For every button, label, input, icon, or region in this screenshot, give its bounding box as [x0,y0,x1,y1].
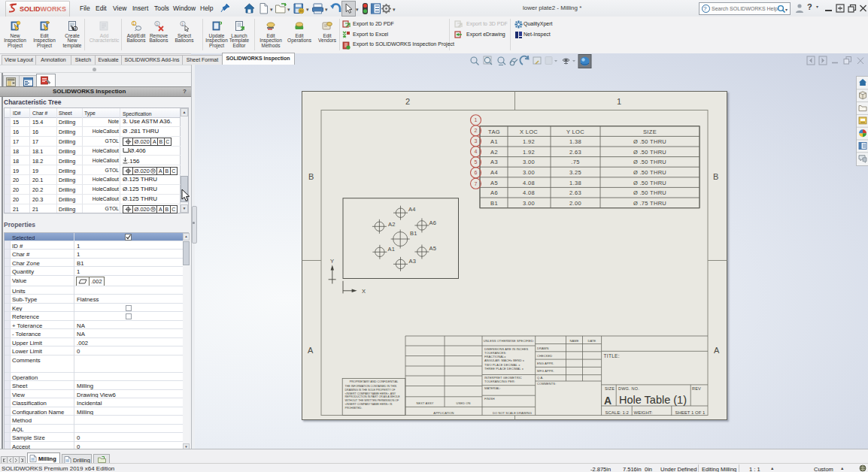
svg-text:X: X [362,288,366,295]
svg-text:PROPRIETARY AND CONFIDENTIAL: PROPRIETARY AND CONFIDENTIAL [350,380,399,383]
svg-text:1.92: 1.92 [523,138,535,145]
svg-text:Ø .50 THRU: Ø .50 THRU [633,149,666,156]
svg-text:SIZE: SIZE [643,129,657,135]
svg-text:1: 1 [182,23,184,26]
svg-text:2.00: 2.00 [569,200,581,207]
svg-text:THREE PLACE DECIMAL ±: THREE PLACE DECIMAL ± [484,367,524,371]
svg-text:NEXT ASSY: NEXT ASSY [416,401,433,405]
svg-text:A5: A5 [429,245,437,252]
svg-text:A1: A1 [388,246,396,253]
svg-text:SHEET 1 OF 1: SHEET 1 OF 1 [675,410,706,415]
svg-text:2: 2 [405,97,410,106]
svg-text:NAME: NAME [570,339,579,343]
svg-text:TAG: TAG [488,129,500,135]
svg-text:A3: A3 [490,159,498,165]
svg-text:3.25: 3.25 [569,169,581,176]
svg-text:3.00: 3.00 [523,200,535,207]
svg-text:Ø .50 THRU: Ø .50 THRU [633,180,666,186]
svg-text:4: 4 [475,149,478,154]
svg-text:6: 6 [475,170,478,175]
svg-text:<INSERT COMPANY NAME HERE> IS: <INSERT COMPANY NAME HERE> IS [345,403,393,406]
svg-text:2.63: 2.63 [569,149,581,156]
svg-text:5: 5 [475,159,478,165]
svg-text:PROHIBITED.: PROHIBITED. [345,407,363,410]
svg-text:REV: REV [692,386,701,391]
svg-text:DRAWING IS THE SOLE PROPERTY O: DRAWING IS THE SOLE PROPERTY OF [345,389,396,392]
svg-text:A5: A5 [490,180,498,186]
svg-text:1.38: 1.38 [569,138,581,145]
svg-text:ANGULAR: MACH± BEND ±: ANGULAR: MACH± BEND ± [484,359,525,362]
svg-text:.75: .75 [571,159,579,165]
svg-text:DWG. NO.: DWG. NO. [618,386,639,391]
svg-text:7: 7 [475,181,478,186]
svg-text:Y LOC: Y LOC [566,129,584,135]
svg-text:M: M [152,207,155,211]
svg-text:M: M [152,169,155,173]
svg-text:2: 2 [475,128,478,133]
svg-text:APPLICATION: APPLICATION [433,411,454,415]
svg-text:A2: A2 [490,149,498,156]
svg-text:1: 1 [617,97,621,106]
svg-text:MATERIAL:: MATERIAL: [484,386,501,390]
svg-text:Ø .75 THRU: Ø .75 THRU [633,200,666,207]
svg-text:B1: B1 [410,230,417,237]
svg-text:Hole Table (1): Hole Table (1) [619,394,687,406]
svg-text:B: B [713,172,718,181]
svg-text:3.00: 3.00 [523,169,535,176]
svg-text:<INSERT COMPANY NAME HERE>. AN: <INSERT COMPANY NAME HERE>. ANY [345,392,396,395]
svg-text:Ø .50 THRU: Ø .50 THRU [633,159,666,165]
svg-text:DATE: DATE [588,339,596,343]
svg-text:A: A [714,346,720,355]
svg-text:A4: A4 [490,169,498,176]
svg-text:2.63: 2.63 [569,189,581,196]
svg-text:TITLE:: TITLE: [604,353,620,359]
svg-text:UNLESS OTHERWISE SPECIFIED:: UNLESS OTHERWISE SPECIFIED: [484,339,534,343]
svg-text:1.92: 1.92 [523,149,535,156]
svg-text:DO NOT SCALE DRAWING: DO NOT SCALE DRAWING [493,411,532,415]
svg-text:B: B [308,172,314,181]
svg-text:ENG APPR.: ENG APPR. [537,362,554,365]
svg-text:MFG APPR.: MFG APPR. [537,369,554,373]
svg-text:DRAWN: DRAWN [537,346,548,350]
svg-text:1: 1 [475,117,478,123]
svg-text:Ø .50 THRU: Ø .50 THRU [633,138,666,145]
svg-text:Y: Y [330,258,334,265]
svg-text:A1: A1 [490,138,498,145]
svg-text:Ø .50 THRU: Ø .50 THRU [633,169,666,176]
svg-text:TOLERANCING PER:: TOLERANCING PER: [484,380,515,383]
svg-text:THE INFORMATION CONTAINED IN T: THE INFORMATION CONTAINED IN THIS [345,385,397,388]
svg-text:A: A [308,346,314,355]
svg-text:A6: A6 [429,219,437,226]
svg-text:A3: A3 [409,258,417,265]
svg-text:WITHOUT THE WRITTEN PERMISSION: WITHOUT THE WRITTEN PERMISSION OF [345,399,400,402]
svg-text:3: 3 [475,138,478,144]
svg-text:CHECKED: CHECKED [537,354,552,358]
svg-text:X LOC: X LOC [520,129,538,135]
svg-text:A: A [604,395,612,407]
svg-text:A2: A2 [388,221,396,228]
svg-text:4.08: 4.08 [523,180,535,186]
svg-text:SIZE: SIZE [605,386,615,391]
svg-text:B1: B1 [490,200,498,207]
svg-text:WEIGHT:: WEIGHT: [634,410,653,415]
svg-text:A4: A4 [408,206,416,213]
svg-text:FINISH: FINISH [484,397,495,401]
svg-text:Ø .50 THRU: Ø .50 THRU [633,189,666,196]
svg-text:SCALE: 1:2: SCALE: 1:2 [605,410,630,415]
svg-text:3.00: 3.00 [523,159,535,165]
svg-text:1.38: 1.38 [569,180,581,186]
svg-text:1: 1 [156,23,159,26]
svg-text:REPRODUCTION IN PART OR AS A W: REPRODUCTION IN PART OR AS A WHOLE [345,395,401,398]
svg-text:4.08: 4.08 [523,189,535,196]
svg-text:USED ON: USED ON [457,401,471,405]
svg-text:Q.A.: Q.A. [537,376,543,380]
svg-text:TWO PLACE DECIMAL ±: TWO PLACE DECIMAL ± [484,363,520,367]
svg-text:A6: A6 [490,189,498,196]
svg-text:COMMENTS:: COMMENTS: [537,382,556,386]
